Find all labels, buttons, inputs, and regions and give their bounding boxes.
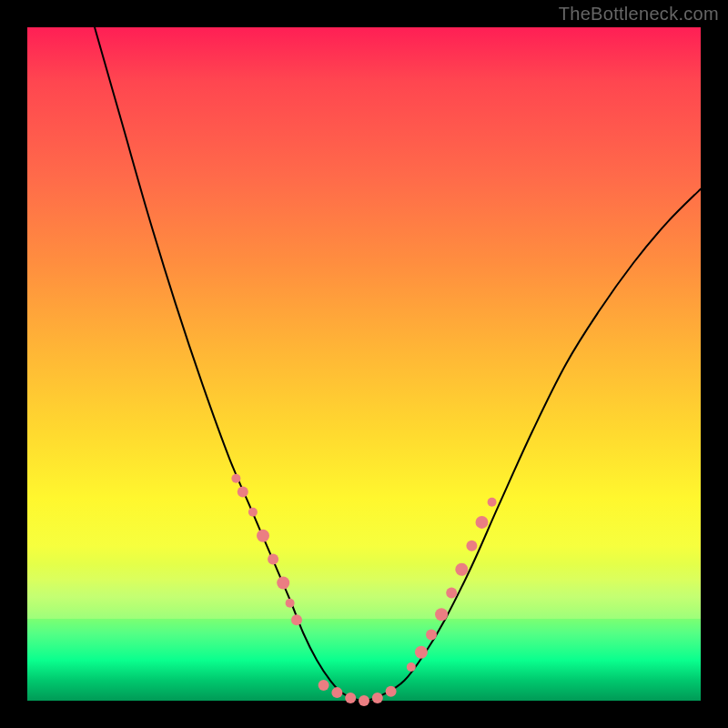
marker-dot xyxy=(426,629,437,640)
marker-dot xyxy=(476,516,489,529)
marker-dot xyxy=(268,554,278,565)
marker-dots xyxy=(231,474,496,706)
marker-dot xyxy=(455,563,468,576)
marker-dot xyxy=(238,487,248,498)
attribution-text: TheBottleneck.com xyxy=(559,4,719,25)
marker-dot xyxy=(466,541,477,551)
marker-dot xyxy=(446,588,457,599)
marker-dot xyxy=(331,687,342,698)
marker-dot xyxy=(318,680,329,691)
marker-dot xyxy=(407,662,416,672)
chart-frame: TheBottleneck.com xyxy=(0,0,728,728)
curve-line xyxy=(95,27,701,701)
marker-dot xyxy=(345,693,356,703)
marker-dot xyxy=(435,608,448,621)
marker-dot xyxy=(386,686,397,697)
marker-dot xyxy=(359,695,369,706)
marker-dot xyxy=(488,498,497,507)
marker-dot xyxy=(415,646,428,659)
marker-dot xyxy=(291,614,302,625)
marker-dot xyxy=(286,599,295,608)
marker-dot xyxy=(277,577,289,590)
marker-dot xyxy=(372,693,383,703)
marker-dot xyxy=(257,530,269,542)
chart-svg xyxy=(27,27,701,701)
marker-dot xyxy=(248,508,258,517)
marker-dot xyxy=(231,474,240,483)
